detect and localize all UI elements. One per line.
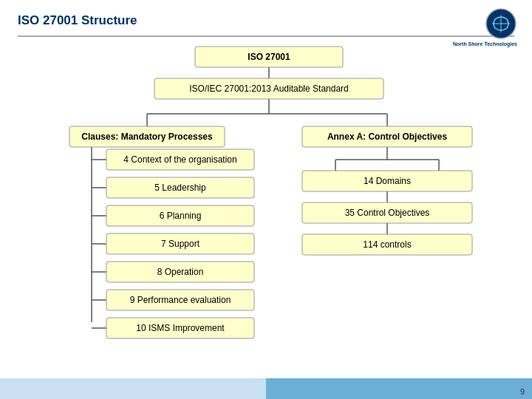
bottom-bar-left [0, 378, 266, 399]
control-obj-label: 35 Control Objectives [345, 208, 430, 218]
iso27001-label: ISO 27001 [248, 52, 290, 62]
org-chart-svg: ISO 27001 ISO/IEC 27001:2013 Auditable S… [18, 43, 520, 361]
clause4-label: 4 Context of the organisation [123, 154, 236, 165]
clauses-label: Clauses: Mandatory Processes [81, 132, 213, 142]
auditable-label: ISO/IEC 27001:2013 Auditable Standard [189, 83, 349, 94]
clause5-label: 5 Leadership [154, 183, 206, 193]
page-title: ISO 27001 Structure [18, 13, 514, 28]
clause6-label: 6 Planning [160, 211, 202, 221]
diagram: ISO 27001 ISO/IEC 27001:2013 Auditable S… [18, 43, 520, 364]
clause10-label: 10 ISMS Improvement [136, 323, 225, 333]
clause9-label: 9 Performance evaluation [130, 295, 231, 305]
clause8-label: 8 Operation [157, 267, 204, 277]
controls-label: 114 controls [363, 239, 411, 250]
divider [18, 35, 514, 37]
clause7-label: 7 Support [161, 239, 200, 249]
domains-label: 14 Domains [364, 176, 411, 186]
logo-icon [485, 7, 517, 40]
bottom-bar-right [266, 378, 532, 399]
logo: North Shore Technologies [453, 7, 517, 47]
page-number: 9 [520, 387, 525, 396]
annexa-label: Annex A: Control Objectives [327, 132, 448, 142]
bottom-bar [0, 378, 532, 399]
slide: North Shore Technologies ISO 27001 Struc… [0, 0, 532, 399]
